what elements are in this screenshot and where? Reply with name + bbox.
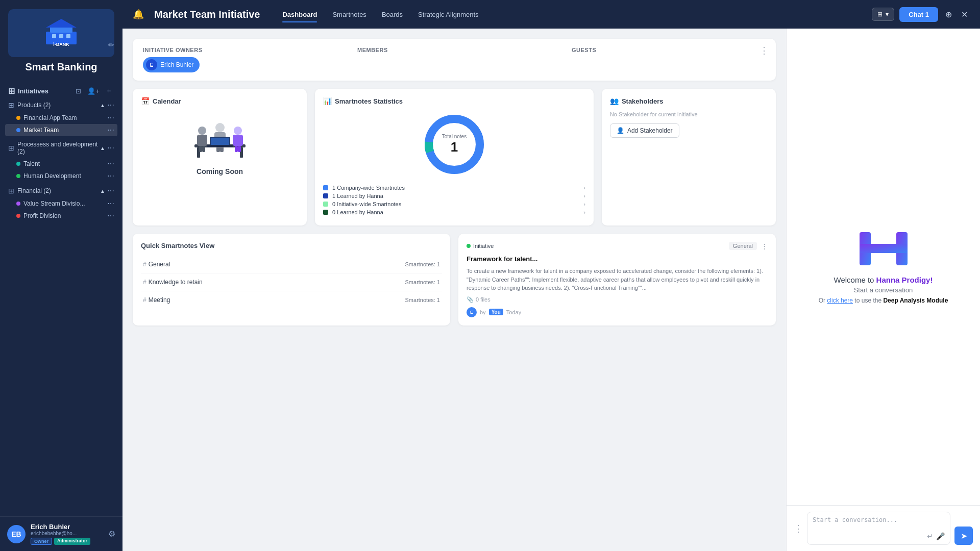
processess-group-header[interactable]: ⊞ Processess and development (2) ▲ ⋯ [5, 138, 117, 158]
initiative-item-human-development[interactable]: Human Development ⋯ [5, 170, 117, 182]
smartnote-row-knowledge[interactable]: #Knowledge to retain Smartnotes: 1 [141, 273, 442, 291]
svg-rect-11 [197, 135, 207, 146]
nav-boards[interactable]: Boards [375, 8, 410, 21]
user-email: erichbebebbe@ho... [31, 531, 103, 536]
person-add-button[interactable]: 👤+ [85, 86, 102, 96]
view-selector[interactable]: ⊞ ▾ [872, 8, 894, 21]
owner-avatar-mini: E [146, 59, 157, 70]
smartnote-card-body: To create a new framework for talent in … [467, 267, 768, 292]
nav-dashboard[interactable]: Dashboard [275, 8, 324, 21]
topbar-circle-icon[interactable]: ⊕ [943, 8, 954, 21]
initiative-item-talent[interactable]: Talent ⋯ [5, 158, 117, 170]
value-stream-menu-icon[interactable]: ⋯ [107, 199, 114, 208]
initiative-group-processess: ⊞ Processess and development (2) ▲ ⋯ Tal… [5, 138, 117, 182]
svg-rect-30 [860, 244, 908, 253]
you-badge: You [489, 309, 503, 315]
logo-box: i-BANK [8, 9, 114, 57]
legend-arrow-1: › [583, 185, 585, 191]
ibank-logo-icon: i-BANK [41, 16, 82, 47]
sidebar-footer: EB Erich Buhler erichbebebbe@ho... Owner… [0, 516, 122, 551]
start-conversation-text: Start a conversation [854, 286, 913, 294]
donut-number: 1 [442, 139, 467, 155]
products-group-header[interactable]: ⊞ Products (2) ▲ ⋯ [5, 98, 117, 112]
nav-strategic-alignments[interactable]: Strategic Alignments [411, 8, 486, 21]
send-button[interactable]: ➤ [954, 527, 973, 545]
svg-rect-3 [52, 34, 56, 38]
edit-icon[interactable]: ✏ [108, 41, 114, 49]
deep-analysis-text: Deep Analysis Module [883, 297, 948, 304]
chat-button[interactable]: Chat 1 [899, 7, 938, 22]
notification-bell-icon[interactable]: 🔔 [133, 9, 144, 20]
sidebar-logo: i-BANK Smart Banking [0, 0, 122, 78]
logo-subtitle-text: Smart Banking [8, 61, 114, 73]
products-menu-icon[interactable]: ⋯ [107, 101, 114, 109]
quick-smartnotes-title: Quick Smartnotes View [141, 242, 442, 249]
click-here-link[interactable]: click here [827, 297, 853, 304]
legend-dot-3 [323, 202, 328, 207]
calendar-icon: 📅 [141, 97, 150, 105]
human-dev-menu-icon[interactable]: ⋯ [107, 172, 114, 180]
initiative-dot [467, 244, 471, 248]
profit-div-menu-icon[interactable]: ⋯ [107, 212, 114, 220]
view-selector-icon: ⊞ [877, 11, 883, 18]
settings-icon[interactable]: ⚙ [108, 529, 115, 539]
topbar-nav: Dashboard Smartnotes Boards Strategic Al… [275, 8, 485, 21]
financial-menu-icon[interactable]: ⋯ [107, 187, 114, 195]
initiatives-header: ⊞ Initiatives ⊡ 👤+ ＋ [5, 82, 117, 98]
owner-chip: E Erich Buhler [143, 57, 200, 72]
mic-icon[interactable]: 🎤 [936, 532, 945, 540]
nav-smartnotes[interactable]: Smartnotes [325, 8, 373, 21]
calendar-illustration-svg [187, 116, 253, 162]
financial-group-header[interactable]: ⊞ Financial (2) ▲ ⋯ [5, 184, 117, 197]
svg-rect-5 [66, 34, 70, 38]
processess-menu-icon[interactable]: ⋯ [107, 144, 114, 152]
smartnote-row-meeting[interactable]: #Meeting Smartnotes: 1 [141, 291, 442, 309]
smartnote-card-menu-icon[interactable]: ⋮ [761, 242, 768, 250]
smartnote-card-footer: E by You Today [467, 307, 768, 317]
topbar-right: ⊞ ▾ Chat 1 ⊕ ✕ [872, 7, 970, 22]
main-area: 🔔 Market Team Initiative Dashboard Smart… [122, 0, 980, 551]
calendar-widget: 📅 Calendar [133, 89, 307, 226]
legend-dot-1 [323, 185, 328, 190]
talent-menu-icon[interactable]: ⋯ [107, 160, 114, 168]
chat-input[interactable] [813, 516, 945, 529]
send-plain-icon[interactable]: ↵ [927, 532, 933, 540]
members-section: Members [357, 47, 551, 57]
owners-card-menu-icon[interactable]: ⋮ [760, 45, 769, 56]
svg-rect-13 [202, 146, 205, 152]
chat-more-icon[interactable]: ⋮ [794, 523, 803, 534]
welcome-text: Welcome to Hanna Prodigy! [834, 276, 933, 284]
user-avatar: EB [7, 525, 26, 543]
smartnote-general-badge: General [729, 242, 757, 250]
paperclip-icon: 📎 [467, 296, 474, 303]
or-text: Or click here to use the Deep Analysis M… [819, 297, 948, 304]
legend-row-3: 0 Initiative-wide Smartnotes › [323, 201, 585, 207]
svg-point-14 [215, 123, 225, 132]
financial-chevron-icon: ▲ [100, 188, 105, 194]
legend-arrow-2: › [583, 193, 585, 199]
svg-marker-2 [46, 19, 77, 28]
add-stakeholder-button[interactable]: 👤 Add Stakeholder [610, 123, 679, 138]
svg-rect-19 [233, 135, 243, 146]
svg-rect-12 [199, 146, 202, 152]
smartnote-row-general[interactable]: #General Smartnotes: 1 [141, 256, 442, 273]
topbar-close-icon[interactable]: ✕ [959, 8, 970, 21]
legend: 1 Company-wide Smartnotes › 1 Learned by… [323, 185, 585, 217]
market-team-menu-icon[interactable]: ⋯ [107, 126, 114, 134]
initiative-item-value-stream[interactable]: Value Stream Divisio... ⋯ [5, 197, 117, 210]
initiative-group-products: ⊞ Products (2) ▲ ⋯ Financial App Team ⋯ [5, 98, 117, 136]
financial-app-menu-icon[interactable]: ⋯ [107, 114, 114, 122]
folder-add-button[interactable]: ⊡ [74, 86, 83, 96]
chat-input-wrapper: ↵ 🎤 [807, 512, 950, 545]
add-initiative-button[interactable]: ＋ [104, 85, 114, 96]
initiative-item-financial-app[interactable]: Financial App Team ⋯ [5, 112, 117, 124]
hanna-logo-svg [855, 230, 912, 276]
owner-badge: Owner [31, 538, 52, 545]
owners-card: Initiative Owners E Erich Buhler Members… [133, 39, 776, 81]
smartnote-initiative-badge: Initiative [467, 243, 494, 249]
chat-welcome: Welcome to Hanna Prodigy! Start a conver… [787, 29, 980, 505]
products-chevron-icon: ▲ [100, 103, 105, 108]
initiative-item-market-team[interactable]: Market Team ⋯ [5, 124, 117, 136]
owner-name: Erich Buhler [160, 61, 193, 68]
initiative-item-profit-division[interactable]: Profit Division ⋯ [5, 210, 117, 222]
